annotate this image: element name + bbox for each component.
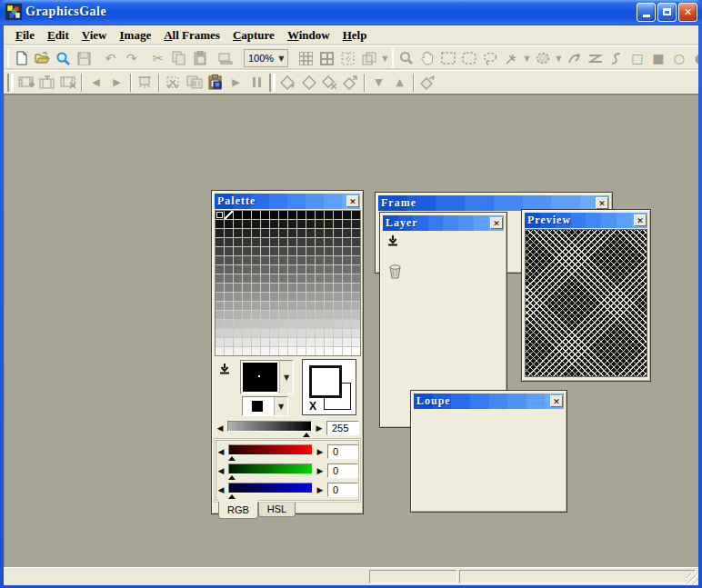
frame-panel-close-button[interactable]: ✕	[596, 197, 608, 209]
palette-cell-206[interactable]	[343, 320, 351, 328]
palette-cell-250[interactable]	[306, 347, 315, 355]
menu-item-all-frames[interactable]: All Frames	[157, 26, 226, 45]
add-frame-button[interactable]	[15, 73, 36, 93]
palette-cell-195[interactable]	[243, 320, 251, 328]
palette-cell-209[interactable]	[225, 329, 233, 337]
palette-cell-31[interactable]	[352, 220, 360, 228]
palette-cell-148[interactable]	[252, 293, 260, 301]
palette-cell-162[interactable]	[234, 302, 242, 310]
paste-button[interactable]	[189, 48, 210, 68]
palette-cell-49[interactable]	[225, 238, 233, 246]
palette-cell-97[interactable]	[225, 265, 233, 274]
palette-cell-152[interactable]	[288, 293, 296, 301]
palette-cell-85[interactable]	[261, 256, 269, 264]
palette-cell-111[interactable]	[352, 265, 360, 274]
palette-cell-120[interactable]	[288, 274, 296, 283]
palette-cell-130[interactable]	[234, 284, 242, 292]
menu-item-image[interactable]: Image	[113, 26, 157, 45]
green-slider[interactable]	[228, 463, 313, 479]
palette-cell-89[interactable]	[297, 256, 306, 264]
zoom-level-combobox[interactable]: 100% ▼	[244, 49, 288, 67]
palette-cell-54[interactable]	[270, 238, 278, 246]
redo-button[interactable]: ↷	[121, 48, 142, 68]
palette-cell-243[interactable]	[243, 347, 251, 355]
palette-cell-81[interactable]	[225, 256, 233, 264]
palette-cell-5[interactable]	[261, 211, 269, 219]
palette-cell-106[interactable]	[306, 265, 315, 274]
copy-frame-button[interactable]	[184, 73, 205, 93]
palette-cell-93[interactable]	[334, 256, 342, 264]
merge-layer-button[interactable]	[417, 73, 438, 93]
palette-cell-2[interactable]	[234, 211, 242, 219]
toolbar-gripper[interactable]	[7, 74, 14, 92]
palette-cell-4[interactable]	[252, 211, 260, 219]
palette-cell-94[interactable]	[343, 256, 351, 264]
next-frame-button[interactable]: ▶	[106, 73, 127, 93]
palette-cell-43[interactable]	[316, 229, 324, 237]
red-increase-button[interactable]: ▶	[316, 447, 325, 456]
palette-cell-29[interactable]	[334, 220, 342, 228]
palette-cell-224[interactable]	[216, 338, 224, 346]
preview-panel-titlebar[interactable]: Preview ✕	[525, 213, 647, 228]
palette-cell-134[interactable]	[270, 284, 278, 292]
palette-cell-173[interactable]	[334, 302, 342, 310]
palette-cell-128[interactable]	[216, 284, 224, 292]
palette-cell-123[interactable]	[316, 274, 324, 283]
palette-cell-119[interactable]	[279, 274, 287, 283]
magic-wand-button[interactable]	[500, 48, 521, 68]
palette-cell-56[interactable]	[288, 238, 296, 246]
red-slider[interactable]	[228, 443, 313, 460]
palette-cell-90[interactable]	[306, 256, 315, 264]
palette-cell-17[interactable]	[225, 220, 233, 228]
tab-hsl[interactable]: HSL	[258, 502, 296, 517]
palette-cell-45[interactable]	[334, 229, 342, 237]
palette-cell-191[interactable]	[352, 311, 360, 319]
palette-cell-63[interactable]	[352, 238, 360, 246]
palette-cell-194[interactable]	[234, 320, 242, 328]
alpha-increase-button[interactable]: ▶	[315, 424, 324, 433]
palette-cell-104[interactable]	[288, 265, 296, 274]
palette-cell-72[interactable]	[288, 247, 296, 255]
palette-cell-8[interactable]	[288, 211, 296, 219]
palette-cell-240[interactable]	[216, 347, 224, 355]
palette-cell-169[interactable]	[297, 302, 306, 310]
palette-cell-129[interactable]	[225, 284, 233, 292]
palette-cell-16[interactable]	[216, 220, 224, 228]
foreground-dropdown[interactable]: ▼	[279, 361, 293, 394]
alpha-thumb[interactable]	[303, 433, 310, 437]
palette-cell-241[interactable]	[225, 347, 233, 355]
save-button[interactable]	[74, 48, 95, 68]
toolbar-gripper[interactable]	[7, 49, 9, 67]
palette-cell-36[interactable]	[252, 229, 260, 237]
palette-cell-101[interactable]	[261, 265, 269, 274]
palette-cell-181[interactable]	[261, 311, 269, 319]
palette-cell-125[interactable]	[334, 274, 342, 283]
palette-cell-161[interactable]	[225, 302, 233, 310]
palette-cell-67[interactable]	[243, 247, 251, 255]
palette-cell-98[interactable]	[234, 265, 242, 274]
palette-cell-200[interactable]	[288, 320, 296, 328]
palette-cell-33[interactable]	[225, 229, 233, 237]
palette-cell-154[interactable]	[306, 293, 315, 301]
layer-import-icon[interactable]	[386, 235, 399, 246]
palette-cell-92[interactable]	[325, 256, 333, 264]
insert-frame-button[interactable]	[36, 73, 57, 93]
palette-cell-135[interactable]	[279, 284, 287, 292]
palette-cell-143[interactable]	[352, 284, 360, 292]
palette-cell-237[interactable]	[334, 338, 342, 346]
palette-cell-86[interactable]	[270, 256, 278, 264]
palette-cell-40[interactable]	[288, 229, 296, 237]
palette-cell-121[interactable]	[297, 274, 306, 283]
palette-cell-82[interactable]	[234, 256, 242, 264]
loupe-panel-close-button[interactable]: ✕	[550, 395, 563, 407]
palette-cell-3[interactable]	[243, 211, 251, 219]
palette-cell-204[interactable]	[325, 320, 333, 328]
onion-skin-dropdown[interactable]: ▼	[379, 48, 390, 68]
palette-cell-44[interactable]	[325, 229, 333, 237]
palette-cell-25[interactable]	[297, 220, 306, 228]
palette-panel-close-button[interactable]: ✕	[346, 195, 359, 207]
palette-cell-70[interactable]	[270, 247, 278, 255]
palette-cell-245[interactable]	[261, 347, 269, 355]
palette-cell-59[interactable]	[316, 238, 324, 246]
toolbar-gripper[interactable]	[269, 74, 276, 92]
